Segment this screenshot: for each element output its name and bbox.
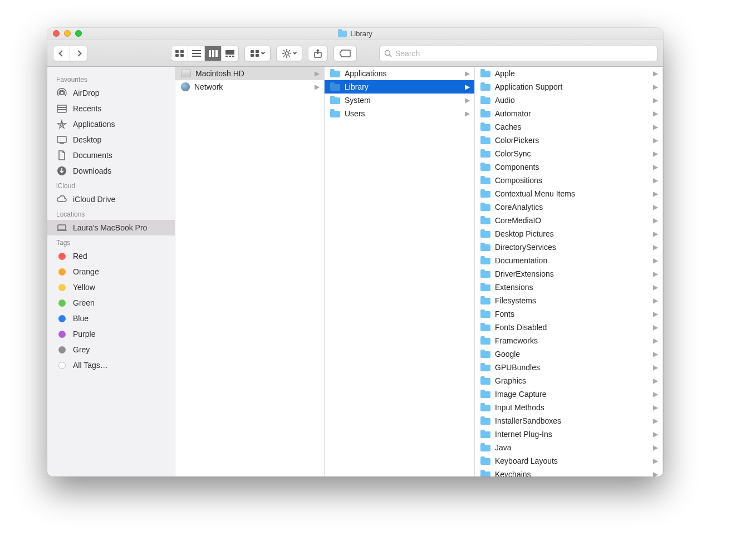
disclosure-arrow-icon: ▶	[653, 430, 659, 438]
sidebar-item[interactable]: Grey	[47, 342, 175, 357]
sidebar-item[interactable]: Desktop	[47, 132, 175, 148]
column-row[interactable]: System▶	[325, 94, 474, 107]
back-button[interactable]	[53, 46, 70, 61]
sidebar-item-label: Blue	[73, 314, 89, 323]
column-browser: Macintosh HD▶Network▶Applications▶Librar…	[175, 67, 663, 477]
sidebar-item[interactable]: Red	[47, 248, 175, 264]
column-row[interactable]: ColorSync▶	[475, 147, 662, 160]
search-input[interactable]	[395, 49, 652, 58]
disclosure-arrow-icon: ▶	[653, 337, 659, 345]
column-row[interactable]: Apple▶	[475, 67, 662, 80]
minimize-button[interactable]	[64, 30, 71, 37]
view-list-button[interactable]	[188, 46, 205, 61]
column-row[interactable]: DirectoryServices▶	[475, 240, 662, 254]
sidebar-item[interactable]: Blue	[47, 311, 175, 326]
folder-icon	[480, 270, 490, 278]
view-columns-button[interactable]	[205, 46, 222, 61]
column-row[interactable]: Compositions▶	[475, 174, 662, 187]
folder-icon	[480, 150, 490, 158]
close-button[interactable]	[53, 30, 60, 37]
folder-icon	[480, 350, 490, 358]
sidebar-item[interactable]: AApplications	[47, 116, 175, 132]
svg-rect-35	[57, 136, 66, 143]
sidebar-item[interactable]: iCloud Drive	[47, 191, 175, 207]
disclosure-arrow-icon: ▶	[653, 123, 659, 131]
tag-icon	[56, 297, 67, 308]
column-row[interactable]: Graphics▶	[475, 374, 662, 387]
column-row[interactable]: Network▶	[175, 80, 324, 94]
forward-button[interactable]	[70, 46, 87, 61]
sidebar-item[interactable]: Downloads	[47, 163, 175, 179]
column-row[interactable]: Automator▶	[475, 107, 662, 120]
column-row[interactable]: Keyboard Layouts▶	[475, 454, 662, 468]
column-row[interactable]: Frameworks▶	[475, 334, 662, 347]
folder-icon	[480, 363, 490, 371]
tags-button[interactable]	[333, 46, 357, 61]
svg-rect-7	[209, 50, 211, 57]
sidebar-item[interactable]: Purple	[47, 326, 175, 342]
column-row[interactable]: InstallerSandboxes▶	[475, 414, 662, 428]
column-row[interactable]: Users▶	[325, 107, 474, 120]
search-field[interactable]	[379, 46, 657, 61]
disclosure-arrow-icon: ▶	[653, 297, 659, 304]
row-label: Fonts Disabled	[495, 323, 649, 332]
sidebar-item[interactable]: Yellow	[47, 279, 175, 295]
row-label: GPUBundles	[495, 363, 649, 372]
sidebar-item[interactable]: Laura's MacBook Pro	[47, 220, 175, 235]
folder-icon	[330, 96, 340, 104]
column-row[interactable]: Image Capture▶	[475, 387, 662, 401]
column-row[interactable]: Fonts Disabled▶	[475, 321, 662, 334]
column-row[interactable]: Contextual Menu Items▶	[475, 187, 662, 200]
view-gallery-button[interactable]	[222, 46, 238, 61]
row-label: Network	[194, 82, 310, 91]
disclosure-arrow-icon: ▶	[653, 190, 659, 198]
column-row[interactable]: CoreMediaIO▶	[475, 214, 662, 227]
action-button[interactable]	[276, 46, 302, 61]
column-row[interactable]: Documentation▶	[475, 254, 662, 267]
sidebar-item[interactable]: Green	[47, 295, 175, 311]
window-title-wrap: Library	[338, 30, 372, 38]
column-row[interactable]: Audio▶	[475, 94, 662, 107]
svg-rect-10	[225, 50, 234, 55]
column-row[interactable]: DriverExtensions▶	[475, 267, 662, 281]
tag-icon	[56, 282, 67, 293]
column-row[interactable]: Keychains▶	[475, 468, 662, 477]
sidebar-item[interactable]: AirDrop	[47, 85, 175, 101]
sidebar-item[interactable]: All Tags…	[47, 357, 175, 373]
column-row[interactable]: Input Methods▶	[475, 401, 662, 414]
column-row[interactable]: GPUBundles▶	[475, 361, 662, 374]
zoom-button[interactable]	[75, 30, 82, 37]
column-row[interactable]: Filesystems▶	[475, 294, 662, 307]
column-row[interactable]: Caches▶	[475, 120, 662, 134]
column-row[interactable]: Library▶	[325, 80, 474, 94]
row-label: DirectoryServices	[495, 243, 649, 252]
folder-icon	[480, 457, 490, 465]
column-row[interactable]: Google▶	[475, 347, 662, 361]
sidebar-item[interactable]: Orange	[47, 264, 175, 279]
column-row[interactable]: Internet Plug-Ins▶	[475, 428, 662, 441]
column-row[interactable]: ColorPickers▶	[475, 134, 662, 147]
column-row[interactable]: Macintosh HD▶	[175, 67, 324, 80]
sidebar-item[interactable]: Documents	[47, 148, 175, 163]
sidebar-item-label: Yellow	[73, 283, 95, 292]
column-row[interactable]: Components▶	[475, 160, 662, 174]
view-icon-button[interactable]	[171, 46, 188, 61]
folder-icon	[480, 257, 490, 264]
traffic-lights	[53, 30, 82, 37]
sidebar-item[interactable]: Recents	[47, 101, 175, 116]
row-label: Contextual Menu Items	[495, 189, 649, 198]
laptop-icon	[56, 222, 67, 233]
column-row[interactable]: Extensions▶	[475, 281, 662, 294]
column-row[interactable]: Fonts▶	[475, 307, 662, 321]
disclosure-arrow-icon: ▶	[653, 470, 659, 477]
share-button[interactable]	[308, 46, 328, 61]
arrange-button[interactable]	[244, 46, 271, 61]
sidebar-item-label: Orange	[73, 267, 99, 276]
column-row[interactable]: Applications▶	[325, 67, 474, 80]
column-row[interactable]: Desktop Pictures▶	[475, 227, 662, 240]
row-label: Apple	[495, 69, 649, 78]
column-row[interactable]: Application Support▶	[475, 80, 662, 94]
column-row[interactable]: Java▶	[475, 441, 662, 454]
column-row[interactable]: CoreAnalytics▶	[475, 200, 662, 214]
row-label: Audio	[495, 96, 649, 105]
